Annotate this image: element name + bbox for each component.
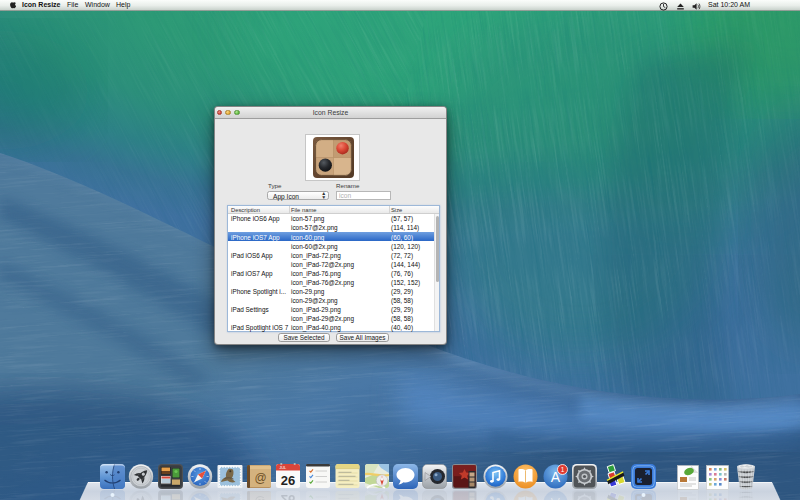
- svg-text:@: @: [254, 471, 266, 485]
- svg-text:1: 1: [561, 466, 565, 473]
- svg-text:26: 26: [281, 473, 295, 488]
- svg-text:JUL: JUL: [279, 465, 287, 470]
